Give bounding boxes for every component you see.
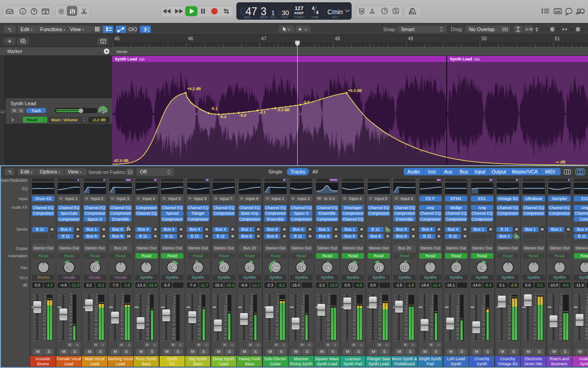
svg-text:Cmin: Cmin <box>327 8 343 16</box>
svg-text:18: 18 <box>224 310 226 313</box>
svg-text:30: 30 <box>353 319 356 322</box>
svg-text:15: 15 <box>405 308 407 310</box>
svg-text:18: 18 <box>353 310 356 313</box>
svg-text:30: 30 <box>585 319 588 322</box>
svg-text:60: 60 <box>146 337 149 340</box>
svg-text:12: 12 <box>121 305 123 308</box>
svg-text:45: 45 <box>301 330 304 333</box>
svg-text:50: 50 <box>585 333 588 336</box>
svg-text:21: 21 <box>95 313 97 316</box>
svg-text:18: 18 <box>250 310 252 313</box>
svg-text:60: 60 <box>275 337 278 340</box>
svg-text:60: 60 <box>353 337 356 340</box>
svg-text:35: 35 <box>301 323 304 326</box>
svg-text:24: 24 <box>559 316 562 319</box>
svg-text:-67.0 dB: -67.0 dB <box>113 158 128 163</box>
svg-text:6: 6 <box>354 299 356 302</box>
svg-text:35: 35 <box>172 323 175 326</box>
svg-text:9: 9 <box>44 302 46 304</box>
svg-text:9: 9 <box>458 302 459 304</box>
svg-text:50: 50 <box>301 333 304 336</box>
svg-text:50: 50 <box>508 333 510 336</box>
svg-text:50: 50 <box>43 333 46 336</box>
svg-text:30: 30 <box>198 319 201 322</box>
svg-text:3: 3 <box>406 296 407 298</box>
svg-text:24: 24 <box>95 316 97 319</box>
svg-text:Synth Lead: Synth Lead <box>115 57 137 61</box>
svg-text:15: 15 <box>69 308 72 310</box>
svg-text:35: 35 <box>379 323 381 326</box>
svg-text:3: 3 <box>199 296 201 298</box>
svg-text:+19: +19 <box>479 265 486 270</box>
svg-text:21: 21 <box>585 313 588 316</box>
svg-text:0: 0 <box>174 293 175 295</box>
svg-text:3: 3 <box>70 296 72 298</box>
svg-text:9: 9 <box>96 302 97 304</box>
svg-text:12: 12 <box>275 305 278 308</box>
svg-text:15: 15 <box>585 308 588 310</box>
svg-text:15: 15 <box>430 308 433 310</box>
svg-text:24: 24 <box>198 316 201 319</box>
svg-text:45: 45 <box>482 330 485 333</box>
svg-text:35: 35 <box>585 323 588 326</box>
svg-text:6: 6 <box>432 299 433 302</box>
svg-text:DIV: DIV <box>270 16 276 19</box>
svg-text:9: 9 <box>354 302 356 304</box>
svg-text:+13: +13 <box>298 265 305 270</box>
svg-text:24: 24 <box>430 316 433 319</box>
svg-text:50: 50 <box>353 333 356 336</box>
svg-text:30: 30 <box>301 319 304 322</box>
svg-text:50: 50 <box>275 333 278 336</box>
svg-text:45: 45 <box>353 330 356 333</box>
svg-text:6: 6 <box>277 299 278 302</box>
svg-text:60: 60 <box>43 337 46 340</box>
svg-text:15: 15 <box>327 308 330 310</box>
svg-text:15: 15 <box>43 308 46 310</box>
svg-text:0: 0 <box>277 293 278 295</box>
svg-text:12: 12 <box>146 305 149 308</box>
svg-text:-12: -12 <box>195 265 201 270</box>
svg-text:+15: +15 <box>246 265 253 270</box>
svg-text:18: 18 <box>301 310 304 313</box>
svg-text:24: 24 <box>405 316 407 319</box>
svg-text:0: 0 <box>483 293 485 295</box>
svg-text:0: 0 <box>535 293 536 295</box>
svg-text:15: 15 <box>250 308 252 310</box>
svg-text:60: 60 <box>456 337 459 340</box>
svg-text:60: 60 <box>172 337 175 340</box>
svg-text:24: 24 <box>585 316 588 319</box>
svg-text:60: 60 <box>559 337 562 340</box>
svg-text:30: 30 <box>250 319 252 322</box>
svg-text:0: 0 <box>328 293 330 295</box>
svg-text:50: 50 <box>534 333 536 336</box>
svg-text:3: 3 <box>458 296 459 298</box>
svg-text:35: 35 <box>353 323 356 326</box>
svg-text:12: 12 <box>224 305 226 308</box>
svg-text:12: 12 <box>559 305 562 308</box>
svg-text:12: 12 <box>456 305 459 308</box>
svg-text:3: 3 <box>535 296 536 298</box>
svg-text:6: 6 <box>96 299 97 302</box>
svg-text:30: 30 <box>172 319 175 322</box>
svg-text:21: 21 <box>379 313 381 316</box>
svg-text:12: 12 <box>482 305 485 308</box>
svg-text:12: 12 <box>250 305 252 308</box>
svg-text:30: 30 <box>559 319 562 322</box>
svg-text:-21: -21 <box>66 265 72 270</box>
svg-text:21: 21 <box>43 313 46 316</box>
svg-text:60: 60 <box>198 337 201 340</box>
svg-text:9: 9 <box>509 302 510 304</box>
svg-text:-5.4: -5.4 <box>219 114 226 119</box>
svg-text:-5.0: -5.0 <box>240 113 246 118</box>
svg-text:3: 3 <box>174 296 175 298</box>
svg-text:24: 24 <box>508 316 510 319</box>
svg-text:50: 50 <box>121 333 123 336</box>
svg-text:24: 24 <box>534 316 536 319</box>
svg-text:30: 30 <box>482 319 485 322</box>
svg-text:15: 15 <box>301 308 304 310</box>
svg-text:35: 35 <box>430 323 433 326</box>
svg-text:35: 35 <box>508 323 510 326</box>
svg-text:45: 45 <box>379 330 381 333</box>
svg-text:0: 0 <box>199 293 201 295</box>
svg-text:0: 0 <box>458 293 459 295</box>
